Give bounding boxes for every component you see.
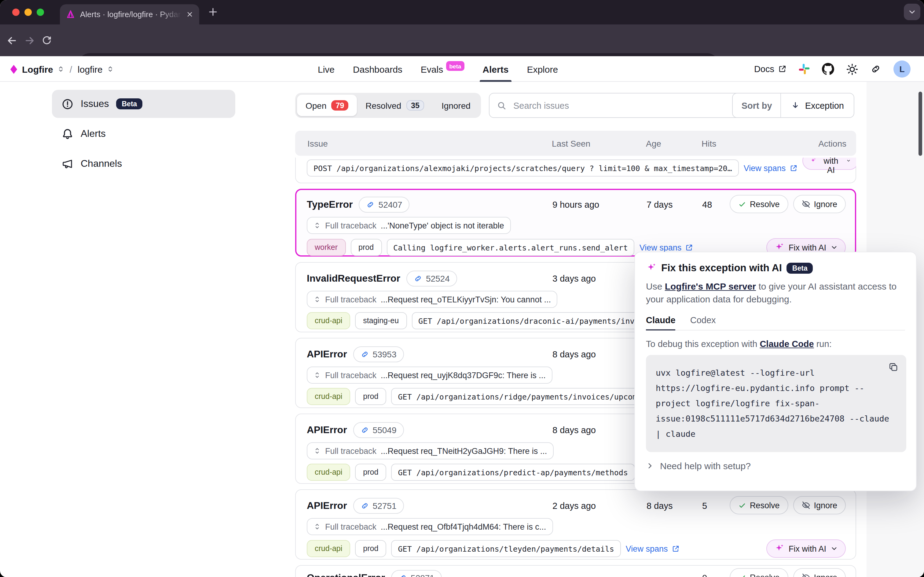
filter-tab-open[interactable]: Open 79: [297, 95, 357, 116]
header-actions: Docs L: [754, 56, 911, 82]
fix-with-ai-button[interactable]: Fix with AI: [802, 158, 856, 170]
popup-title: Fix this exception with AI: [661, 262, 782, 274]
issue-id-link[interactable]: 53953: [353, 347, 404, 362]
bell-icon: [62, 128, 73, 140]
external-link-icon: [671, 545, 679, 553]
hits-value: 0: [702, 573, 707, 577]
issue-id-link[interactable]: 55049: [353, 422, 404, 438]
open-count-badge: 79: [332, 100, 348, 111]
tab-alerts[interactable]: Alerts: [473, 56, 518, 82]
popup-tabs: Claude Codex: [646, 315, 905, 330]
view-spans-link[interactable]: View spans: [640, 243, 693, 252]
view-spans-link[interactable]: View spans: [626, 544, 680, 553]
reload-icon[interactable]: [42, 35, 52, 45]
sparkles-icon: [810, 158, 816, 166]
issue-row-partial[interactable]: POST /api/organizations/alexmojaki/proje…: [295, 158, 856, 183]
project-switcher-icon[interactable]: [107, 65, 114, 73]
issue-name: APIError: [307, 349, 347, 360]
search-input[interactable]: [512, 100, 764, 111]
sidebar-item-channels[interactable]: Channels: [52, 150, 235, 178]
tab-search-chevron-button[interactable]: [904, 4, 920, 20]
tag-prod: prod: [350, 239, 382, 256]
fix-with-ai-popup: Fix this exception with AI Beta Use Logf…: [634, 252, 917, 491]
hits-value: 48: [702, 200, 712, 210]
megaphone-icon: [62, 158, 73, 169]
view-spans-link[interactable]: View spans: [744, 163, 798, 172]
ignore-button[interactable]: Ignore: [793, 496, 846, 514]
org-switcher[interactable]: Logfire: [22, 64, 53, 74]
tab-live[interactable]: Live: [309, 56, 344, 82]
fix-with-ai-button[interactable]: Fix with AI: [767, 540, 846, 558]
theme-toggle-sun-icon[interactable]: [847, 63, 858, 75]
close-window-button[interactable]: [12, 8, 19, 16]
sidebar-item-issues[interactable]: Issues Beta: [52, 90, 235, 118]
docs-link[interactable]: Docs: [754, 64, 787, 74]
link-icon: [414, 274, 422, 283]
back-icon[interactable]: [6, 34, 18, 46]
close-tab-icon[interactable]: [186, 11, 193, 18]
share-link-icon[interactable]: [870, 63, 881, 74]
org-switcher-icon[interactable]: [58, 65, 64, 73]
last-seen-value: 2 days ago: [552, 501, 596, 511]
traceback-pill[interactable]: Full traceback ...Request req_oTELKiyyrT…: [307, 291, 558, 308]
issue-row-typeerror[interactable]: TypeError 52407 9 hours ago 7 days 48 Re…: [295, 189, 856, 256]
tab-codex[interactable]: Codex: [690, 315, 716, 330]
minimize-window-button[interactable]: [24, 8, 32, 16]
span-code-pill: GET /api/organizations/tleyden/payments/…: [391, 540, 621, 557]
issue-id-link[interactable]: 52407: [359, 197, 410, 213]
issue-id-link[interactable]: 52751: [353, 498, 404, 514]
issue-id-link[interactable]: 52524: [406, 271, 457, 287]
tab-evals[interactable]: Evalsbeta: [411, 56, 473, 82]
forward-icon[interactable]: [24, 34, 35, 46]
resolve-button[interactable]: Resolve: [730, 568, 789, 577]
popup-description: Use Logfire's MCP server to give your AI…: [646, 280, 908, 305]
filter-tab-resolved[interactable]: Resolved 35: [357, 95, 433, 116]
logfire-logo-icon: [10, 64, 18, 74]
need-help-row[interactable]: Need help with setup?: [646, 461, 905, 471]
sort-control[interactable]: Sort by Exception: [732, 93, 854, 118]
copy-icon[interactable]: [889, 362, 898, 372]
hits-value: 5: [702, 501, 707, 511]
logfire-favicon-icon: [66, 10, 75, 19]
check-icon: [738, 573, 746, 577]
issue-row-apierror-52751[interactable]: APIError 52751 2 days ago 8 days 5 Resol…: [295, 489, 856, 559]
chevron-right-icon: [646, 462, 654, 470]
issue-row-operationalerror[interactable]: OperationalError 52871 0 Resolve Ig: [295, 565, 856, 577]
avatar[interactable]: L: [893, 60, 911, 77]
issue-id-link[interactable]: 52871: [391, 570, 442, 577]
traceback-pill[interactable]: Full traceback ...'NoneType' object is n…: [307, 217, 511, 234]
ignore-button[interactable]: Ignore: [793, 195, 846, 213]
last-seen-value: 3 days ago: [552, 274, 596, 284]
col-age: Age: [646, 131, 661, 156]
browser-tab[interactable]: Alerts · logfire/logfire · Pydant: [60, 4, 199, 24]
mcp-server-link[interactable]: Logfire's MCP server: [665, 281, 756, 292]
github-icon[interactable]: [822, 63, 834, 75]
external-link-icon: [685, 243, 693, 251]
col-last-seen: Last Seen: [552, 131, 590, 156]
span-code-pill: GET /api/organizations/predict-ap/paymen…: [391, 464, 635, 481]
popup-beta-badge: Beta: [787, 263, 813, 273]
span-code-pill: GET /api/organizations/ridge/payments/in…: [391, 388, 644, 405]
search-box[interactable]: [489, 93, 772, 118]
sidebar-item-alerts[interactable]: Alerts: [52, 120, 235, 148]
tab-claude[interactable]: Claude: [646, 315, 676, 330]
tab-dashboards[interactable]: Dashboards: [344, 56, 411, 82]
traceback-pill[interactable]: Full traceback ...Request req_TNeitH2yGa…: [307, 442, 554, 459]
resolve-button[interactable]: Resolve: [730, 496, 789, 514]
slack-icon[interactable]: [799, 63, 810, 74]
claude-code-link[interactable]: Claude Code: [760, 339, 814, 349]
tab-title: Alerts · logfire/logfire · Pydant: [80, 10, 182, 19]
tab-explore[interactable]: Explore: [518, 56, 567, 82]
scrollbar-thumb[interactable]: [919, 92, 922, 156]
zoom-window-button[interactable]: [37, 8, 44, 16]
col-issue: Issue: [307, 131, 328, 156]
filter-tab-ignored[interactable]: Ignored: [433, 95, 479, 116]
resolve-button[interactable]: Resolve: [730, 195, 789, 213]
traceback-pill[interactable]: Full traceback ...Request req_Ofbf4Tjqh4…: [307, 518, 553, 535]
project-switcher[interactable]: logfire: [77, 64, 103, 74]
traceback-pill[interactable]: Full traceback ...Request req_uyjK8dq37D…: [307, 367, 552, 384]
issue-name: APIError: [307, 425, 347, 435]
chevron-down-icon: [830, 244, 838, 251]
new-tab-button[interactable]: [208, 7, 218, 17]
ignore-button[interactable]: Ignore: [793, 568, 846, 577]
